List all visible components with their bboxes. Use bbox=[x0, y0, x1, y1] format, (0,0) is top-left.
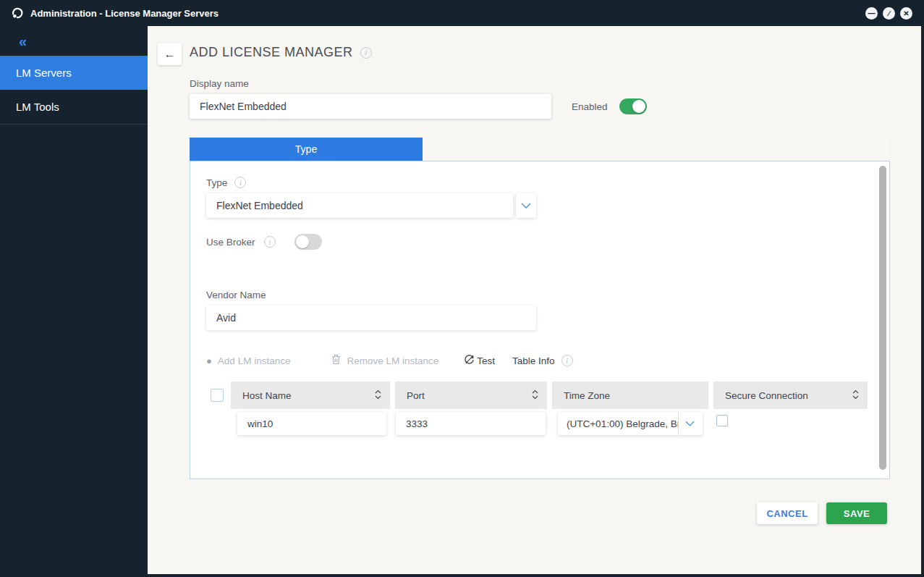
use-broker-label: Use Broker bbox=[206, 237, 255, 248]
sidebar-item-lm-servers[interactable]: LM Servers bbox=[0, 56, 148, 90]
sort-icon bbox=[852, 389, 859, 402]
restore-icon[interactable]: ∕ bbox=[883, 7, 895, 20]
window-title: Administration - License Manager Servers bbox=[30, 8, 219, 19]
use-broker-toggle[interactable] bbox=[294, 234, 322, 250]
sidebar-item-label: LM Tools bbox=[16, 101, 59, 113]
column-header-host-name[interactable]: Host Name bbox=[231, 382, 390, 409]
page-title: ADD LICENSE MANAGER bbox=[190, 45, 353, 60]
table-info-icon: i bbox=[561, 355, 573, 366]
tab-bar: Type bbox=[190, 138, 890, 161]
remove-lm-instance-label: Remove LM instance bbox=[347, 355, 438, 366]
vendor-name-label: Vendor Name bbox=[206, 290, 266, 300]
type-select-value: FlexNet Embedded bbox=[206, 193, 513, 218]
add-dot-icon: ● bbox=[206, 356, 212, 366]
vendor-name-input[interactable] bbox=[206, 306, 536, 330]
close-icon[interactable]: ✕ bbox=[900, 7, 912, 20]
sidebar-item-label: LM Servers bbox=[16, 67, 72, 79]
cancel-button[interactable]: CANCEL bbox=[757, 502, 818, 524]
remove-lm-instance-button[interactable]: Remove LM instance bbox=[331, 354, 438, 367]
type-select[interactable]: FlexNet Embedded bbox=[206, 193, 536, 218]
enabled-toggle[interactable] bbox=[619, 98, 647, 114]
save-button[interactable]: SAVE bbox=[826, 502, 887, 524]
main-content: ← ADD LICENSE MANAGER i Display name Ena… bbox=[148, 26, 921, 574]
select-all-checkbox[interactable] bbox=[211, 389, 224, 402]
back-button[interactable]: ← bbox=[158, 43, 182, 65]
column-header-time-zone[interactable]: Time Zone bbox=[552, 382, 708, 409]
sidebar: « LM Servers LM Tools bbox=[0, 26, 148, 574]
vertical-scrollbar[interactable] bbox=[879, 166, 886, 470]
use-broker-info-icon[interactable]: i bbox=[264, 236, 276, 248]
trash-icon bbox=[331, 354, 341, 367]
toggle-knob bbox=[632, 100, 645, 113]
secure-connection-checkbox[interactable] bbox=[716, 415, 728, 426]
sort-icon bbox=[375, 389, 381, 402]
sort-icon bbox=[532, 389, 538, 402]
title-bar: Administration - License Manager Servers… bbox=[0, 0, 924, 26]
table-toolbar: ● Add LM instance Remove LM instance bbox=[206, 351, 573, 370]
test-button[interactable]: Test bbox=[464, 354, 495, 367]
window-controls: — ∕ ✕ bbox=[865, 7, 917, 20]
test-label: Test bbox=[477, 355, 495, 366]
app-window: Administration - License Manager Servers… bbox=[0, 0, 924, 577]
toggle-knob bbox=[296, 235, 309, 248]
table-header: Host Name Port Time Zone Secure Connecti… bbox=[231, 382, 868, 409]
display-name-input[interactable] bbox=[190, 94, 551, 119]
tab-type[interactable]: Type bbox=[190, 138, 423, 161]
minimize-icon[interactable]: — bbox=[865, 7, 878, 20]
type-label: Type bbox=[206, 177, 227, 188]
host-name-input[interactable] bbox=[237, 412, 386, 435]
app-logo-icon bbox=[10, 6, 25, 20]
time-zone-select[interactable]: (UTC+01:00) Belgrade, Br bbox=[558, 412, 703, 435]
test-icon bbox=[464, 354, 475, 367]
enabled-label: Enabled bbox=[572, 101, 608, 112]
column-header-secure-connection[interactable]: Secure Connection bbox=[713, 382, 868, 409]
chevron-down-icon bbox=[678, 412, 701, 435]
table-info-button[interactable]: Table Info i bbox=[512, 355, 573, 366]
page-title-info-icon[interactable]: i bbox=[360, 47, 372, 59]
chevron-down-icon bbox=[516, 193, 536, 218]
column-header-port[interactable]: Port bbox=[395, 382, 547, 409]
sidebar-collapse-icon[interactable]: « bbox=[19, 33, 27, 50]
time-zone-value: (UTC+01:00) Belgrade, Br bbox=[558, 418, 678, 429]
add-lm-instance-label: Add LM instance bbox=[218, 355, 291, 366]
type-info-icon[interactable]: i bbox=[234, 177, 246, 188]
table-info-label: Table Info bbox=[512, 355, 555, 366]
sidebar-item-lm-tools[interactable]: LM Tools bbox=[0, 90, 148, 125]
add-lm-instance-button[interactable]: ● Add LM instance bbox=[206, 355, 290, 366]
type-panel: Type i FlexNet Embedded Use Broker i Ven… bbox=[190, 161, 890, 479]
display-name-label: Display name bbox=[190, 78, 249, 89]
port-input[interactable] bbox=[396, 412, 546, 435]
